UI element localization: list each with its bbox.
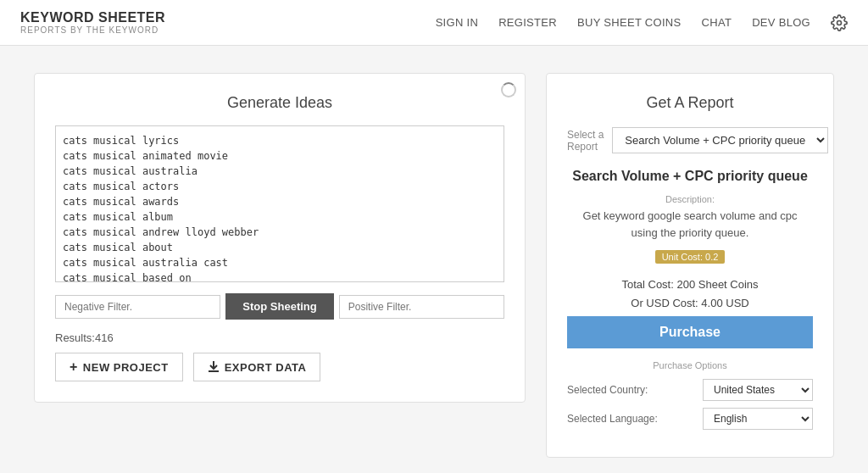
unit-cost-badge: Unit Cost: 0.2	[655, 250, 726, 264]
total-cost: Total Cost: 200 Sheet Coins Or USD Cost:…	[567, 275, 813, 313]
filter-row: Stop Sheeting	[55, 293, 504, 320]
export-data-button[interactable]: EXPORT DATA	[193, 353, 321, 381]
language-select[interactable]: English	[703, 408, 813, 430]
nav-buy-sheet-coins[interactable]: BUY SHEET COINS	[577, 16, 682, 29]
total-cost-usd: Or USD Cost: 4.00 USD	[631, 297, 748, 309]
logo-subtitle: REPORTS BY THE KEYWORD	[20, 25, 165, 35]
nav-dev-blog[interactable]: DEV BLOG	[752, 16, 810, 29]
action-row: + NEW PROJECT EXPORT DATA	[55, 353, 504, 381]
header: KEYWORD SHEETER REPORTS BY THE KEYWORD S…	[0, 0, 868, 46]
description-label: Description:	[567, 194, 813, 204]
get-report-title: Get A Report	[567, 94, 813, 112]
generate-ideas-title: Generate Ideas	[55, 94, 504, 112]
purchase-options-title: Purchase Options	[567, 360, 813, 370]
report-heading: Search Volume + CPC priority queue	[567, 169, 813, 184]
country-option-row: Selected Country: United States	[567, 379, 813, 401]
get-report-panel: Get A Report Select aReport Search Volum…	[546, 73, 834, 458]
nav-register[interactable]: REGISTER	[498, 16, 557, 29]
unit-cost-row: Unit Cost: 0.2	[567, 249, 813, 275]
settings-icon[interactable]	[831, 14, 848, 31]
stop-sheeting-button[interactable]: Stop Sheeting	[225, 293, 333, 320]
download-icon	[208, 360, 220, 375]
plus-icon: +	[70, 359, 78, 375]
negative-filter-input[interactable]	[55, 295, 220, 319]
main-nav: SIGN IN REGISTER BUY SHEET COINS CHAT DE…	[436, 14, 848, 31]
description-text: Get keyword google search volume and cpc…	[567, 208, 813, 241]
report-select-row: Select aReport Search Volume + CPC prior…	[567, 127, 813, 153]
nav-sign-in[interactable]: SIGN IN	[436, 16, 479, 29]
svg-point-0	[837, 20, 842, 25]
positive-filter-input[interactable]	[339, 295, 504, 319]
new-project-label: NEW PROJECT	[83, 361, 169, 374]
panels-container: Generate Ideas cats musical lyrics cats …	[34, 73, 834, 458]
language-label: Selected Language:	[567, 413, 658, 425]
report-dropdown[interactable]: Search Volume + CPC priority queue	[612, 127, 828, 153]
language-option-row: Selected Language: English	[567, 408, 813, 430]
logo-title: KEYWORD SHEETER	[20, 10, 165, 25]
results-count: Results:416	[55, 331, 504, 344]
purchase-button[interactable]: Purchase	[567, 316, 813, 348]
total-cost-coins: Total Cost: 200 Sheet Coins	[621, 278, 758, 291]
nav-chat[interactable]: CHAT	[702, 16, 732, 29]
select-report-label: Select aReport	[567, 129, 604, 153]
main-content: Generate Ideas cats musical lyrics cats …	[0, 46, 868, 473]
loading-spinner	[501, 82, 516, 97]
country-select[interactable]: United States	[703, 379, 813, 401]
new-project-button[interactable]: + NEW PROJECT	[55, 353, 183, 381]
generate-ideas-panel: Generate Ideas cats musical lyrics cats …	[34, 73, 526, 403]
logo: KEYWORD SHEETER REPORTS BY THE KEYWORD	[20, 10, 165, 35]
export-data-label: EXPORT DATA	[225, 361, 307, 374]
keyword-output-textarea[interactable]: cats musical lyrics cats musical animate…	[55, 125, 504, 282]
country-label: Selected Country:	[567, 384, 648, 396]
